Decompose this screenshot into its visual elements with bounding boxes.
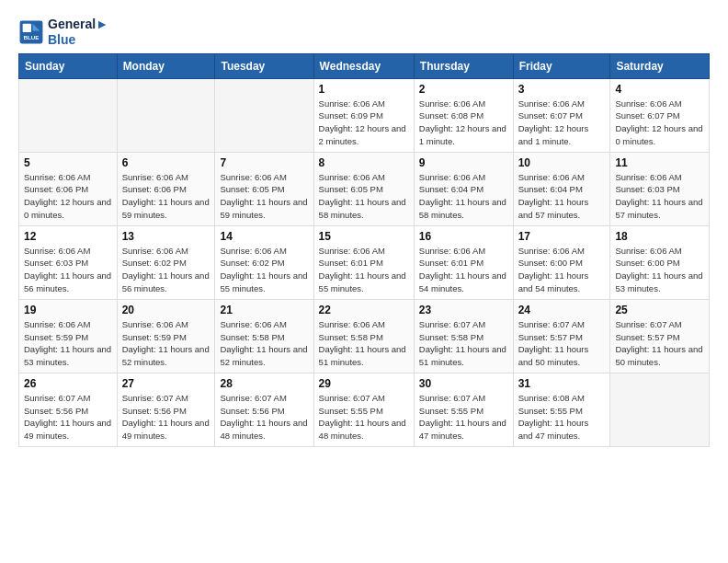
day-info: Sunrise: 6:07 AM Sunset: 5:55 PM Dayligh… [319, 392, 409, 442]
calendar-cell: 19Sunrise: 6:06 AM Sunset: 5:59 PM Dayli… [19, 299, 118, 373]
day-number: 18 [615, 230, 704, 243]
calendar-cell: 7Sunrise: 6:06 AM Sunset: 6:05 PM Daylig… [215, 152, 313, 225]
calendar-cell: 4Sunrise: 6:06 AM Sunset: 6:07 PM Daylig… [610, 78, 710, 152]
page: BLUE General► Blue SundayMondayTuesdayWe… [0, 0, 728, 464]
calendar-week-row: 5Sunrise: 6:06 AM Sunset: 6:06 PM Daylig… [19, 152, 710, 225]
day-info: Sunrise: 6:06 AM Sunset: 6:02 PM Dayligh… [122, 245, 210, 295]
day-number: 27 [122, 377, 210, 390]
day-info: Sunrise: 6:06 AM Sunset: 5:58 PM Dayligh… [220, 318, 308, 369]
day-number: 15 [319, 230, 409, 243]
calendar-cell: 27Sunrise: 6:07 AM Sunset: 5:56 PM Dayli… [117, 373, 215, 446]
calendar-cell: 9Sunrise: 6:06 AM Sunset: 6:04 PM Daylig… [414, 152, 513, 225]
calendar-cell: 23Sunrise: 6:07 AM Sunset: 5:58 PM Dayli… [414, 299, 513, 373]
day-number: 6 [122, 156, 210, 169]
day-info: Sunrise: 6:06 AM Sunset: 6:09 PM Dayligh… [319, 98, 409, 148]
calendar-week-row: 19Sunrise: 6:06 AM Sunset: 5:59 PM Dayli… [19, 299, 710, 373]
calendar-cell: 31Sunrise: 6:08 AM Sunset: 5:55 PM Dayli… [513, 373, 610, 446]
day-number: 11 [615, 156, 704, 169]
weekday-header-row: SundayMondayTuesdayWednesdayThursdayFrid… [19, 53, 710, 78]
svg-text:BLUE: BLUE [24, 34, 40, 40]
day-number: 2 [419, 83, 508, 96]
calendar-cell: 17Sunrise: 6:06 AM Sunset: 6:00 PM Dayli… [513, 225, 610, 299]
day-info: Sunrise: 6:06 AM Sunset: 6:06 PM Dayligh… [122, 171, 210, 222]
calendar-cell: 14Sunrise: 6:06 AM Sunset: 6:02 PM Dayli… [215, 225, 313, 299]
day-info: Sunrise: 6:07 AM Sunset: 5:55 PM Dayligh… [419, 392, 508, 442]
day-info: Sunrise: 6:06 AM Sunset: 6:01 PM Dayligh… [419, 245, 508, 295]
calendar-cell: 26Sunrise: 6:07 AM Sunset: 5:56 PM Dayli… [19, 373, 118, 446]
logo: BLUE General► Blue [18, 17, 108, 48]
day-info: Sunrise: 6:06 AM Sunset: 6:04 PM Dayligh… [419, 171, 508, 222]
calendar-cell [215, 78, 313, 152]
day-number: 19 [24, 304, 112, 316]
calendar-cell: 21Sunrise: 6:06 AM Sunset: 5:58 PM Dayli… [215, 299, 313, 373]
weekday-header-saturday: Saturday [610, 53, 710, 78]
calendar-cell: 1Sunrise: 6:06 AM Sunset: 6:09 PM Daylig… [313, 78, 414, 152]
day-info: Sunrise: 6:06 AM Sunset: 6:05 PM Dayligh… [319, 171, 409, 222]
calendar-cell: 10Sunrise: 6:06 AM Sunset: 6:04 PM Dayli… [513, 152, 610, 225]
calendar-cell [610, 373, 710, 446]
day-number: 24 [518, 304, 606, 316]
day-info: Sunrise: 6:06 AM Sunset: 6:04 PM Dayligh… [518, 171, 606, 222]
day-number: 25 [615, 304, 704, 316]
calendar-cell: 18Sunrise: 6:06 AM Sunset: 6:00 PM Dayli… [610, 225, 710, 299]
header: BLUE General► Blue [18, 17, 710, 48]
day-info: Sunrise: 6:06 AM Sunset: 5:58 PM Dayligh… [319, 318, 409, 369]
day-info: Sunrise: 6:07 AM Sunset: 5:56 PM Dayligh… [24, 392, 112, 442]
day-info: Sunrise: 6:06 AM Sunset: 6:00 PM Dayligh… [518, 245, 606, 295]
day-number: 28 [220, 377, 308, 390]
calendar-cell: 15Sunrise: 6:06 AM Sunset: 6:01 PM Dayli… [313, 225, 414, 299]
day-number: 21 [220, 304, 308, 316]
day-number: 9 [419, 156, 508, 169]
day-number: 4 [615, 83, 704, 96]
day-info: Sunrise: 6:06 AM Sunset: 6:02 PM Dayligh… [220, 245, 308, 295]
day-number: 31 [518, 377, 606, 390]
calendar-week-row: 26Sunrise: 6:07 AM Sunset: 5:56 PM Dayli… [19, 373, 710, 446]
day-number: 22 [319, 304, 409, 316]
day-info: Sunrise: 6:06 AM Sunset: 6:03 PM Dayligh… [24, 245, 112, 295]
day-info: Sunrise: 6:06 AM Sunset: 5:59 PM Dayligh… [24, 318, 112, 369]
calendar-cell: 16Sunrise: 6:06 AM Sunset: 6:01 PM Dayli… [414, 225, 513, 299]
day-info: Sunrise: 6:07 AM Sunset: 5:57 PM Dayligh… [615, 318, 704, 369]
logo-icon: BLUE [18, 19, 44, 45]
calendar-cell: 28Sunrise: 6:07 AM Sunset: 5:56 PM Dayli… [215, 373, 313, 446]
calendar-cell: 20Sunrise: 6:06 AM Sunset: 5:59 PM Dayli… [117, 299, 215, 373]
calendar-cell: 3Sunrise: 6:06 AM Sunset: 6:07 PM Daylig… [513, 78, 610, 152]
day-number: 23 [419, 304, 508, 316]
day-info: Sunrise: 6:06 AM Sunset: 6:07 PM Dayligh… [518, 98, 606, 148]
day-info: Sunrise: 6:06 AM Sunset: 6:03 PM Dayligh… [615, 171, 704, 222]
day-info: Sunrise: 6:06 AM Sunset: 6:08 PM Dayligh… [419, 98, 508, 148]
calendar-cell: 12Sunrise: 6:06 AM Sunset: 6:03 PM Dayli… [19, 225, 118, 299]
day-number: 29 [319, 377, 409, 390]
calendar-cell: 6Sunrise: 6:06 AM Sunset: 6:06 PM Daylig… [117, 152, 215, 225]
day-info: Sunrise: 6:07 AM Sunset: 5:56 PM Dayligh… [122, 392, 210, 442]
calendar-cell: 11Sunrise: 6:06 AM Sunset: 6:03 PM Dayli… [610, 152, 710, 225]
weekday-header-sunday: Sunday [19, 53, 118, 78]
day-number: 20 [122, 304, 210, 316]
calendar-cell: 30Sunrise: 6:07 AM Sunset: 5:55 PM Dayli… [414, 373, 513, 446]
day-number: 14 [220, 230, 308, 243]
day-number: 30 [419, 377, 508, 390]
weekday-header-tuesday: Tuesday [215, 53, 313, 78]
calendar-cell: 5Sunrise: 6:06 AM Sunset: 6:06 PM Daylig… [19, 152, 118, 225]
day-number: 16 [419, 230, 508, 243]
day-info: Sunrise: 6:06 AM Sunset: 6:01 PM Dayligh… [319, 245, 409, 295]
day-number: 8 [319, 156, 409, 169]
calendar-week-row: 12Sunrise: 6:06 AM Sunset: 6:03 PM Dayli… [19, 225, 710, 299]
day-number: 1 [319, 83, 409, 96]
day-number: 12 [24, 230, 112, 243]
svg-rect-2 [23, 23, 31, 31]
day-info: Sunrise: 6:07 AM Sunset: 5:58 PM Dayligh… [419, 318, 508, 369]
day-info: Sunrise: 6:06 AM Sunset: 6:00 PM Dayligh… [615, 245, 704, 295]
calendar-week-row: 1Sunrise: 6:06 AM Sunset: 6:09 PM Daylig… [19, 78, 710, 152]
day-number: 26 [24, 377, 112, 390]
calendar-cell: 8Sunrise: 6:06 AM Sunset: 6:05 PM Daylig… [313, 152, 414, 225]
logo-text: General► Blue [48, 17, 108, 48]
day-info: Sunrise: 6:06 AM Sunset: 6:07 PM Dayligh… [615, 98, 704, 148]
calendar-cell: 25Sunrise: 6:07 AM Sunset: 5:57 PM Dayli… [610, 299, 710, 373]
weekday-header-friday: Friday [513, 53, 610, 78]
day-info: Sunrise: 6:06 AM Sunset: 6:06 PM Dayligh… [24, 171, 112, 222]
day-info: Sunrise: 6:07 AM Sunset: 5:56 PM Dayligh… [220, 392, 308, 442]
calendar-cell: 24Sunrise: 6:07 AM Sunset: 5:57 PM Dayli… [513, 299, 610, 373]
calendar-cell [19, 78, 118, 152]
day-number: 10 [518, 156, 606, 169]
